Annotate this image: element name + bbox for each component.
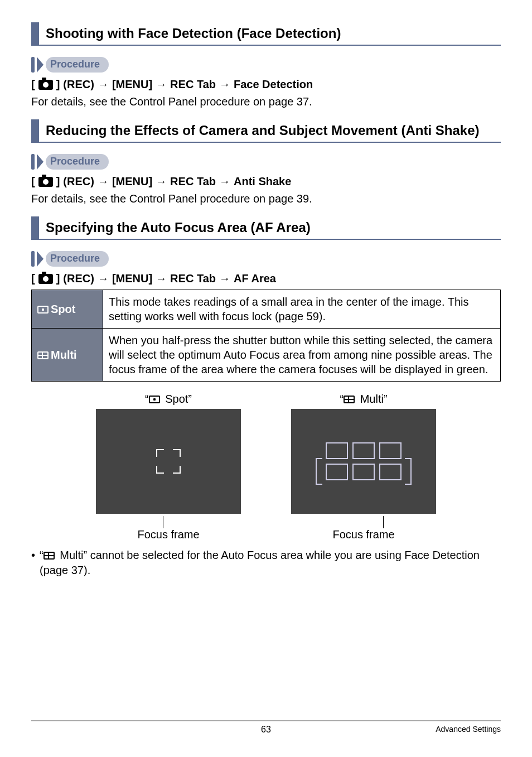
spot-icon xyxy=(149,396,160,403)
procedure-label: Procedure xyxy=(31,251,109,267)
grid-cell xyxy=(352,442,375,459)
bracket-right-icon xyxy=(405,458,412,485)
procedure-bar xyxy=(31,154,35,170)
path-seg: [MENU] xyxy=(112,272,152,285)
focus-frame-label: Focus frame xyxy=(96,528,241,541)
camera-icon xyxy=(38,274,53,284)
pointer-line xyxy=(383,516,384,528)
grid-cell xyxy=(352,464,375,480)
path-seg: [MENU] xyxy=(112,78,152,91)
procedure-path-af: [ ] (REC) → [MENU] → REC Tab → AF Area xyxy=(31,272,501,285)
af-spot-header: Spot xyxy=(32,290,103,329)
grid-cell xyxy=(379,442,402,459)
footer-row: 63 Advanced Settings xyxy=(31,725,501,735)
grid-cell xyxy=(326,464,348,480)
spot-icon xyxy=(37,306,49,314)
path-seg: REC Tab xyxy=(170,78,216,91)
note-body: Multi” cannot be selected for the Auto F… xyxy=(40,549,480,576)
note-prefix: “ xyxy=(40,549,43,561)
close-bracket: ] xyxy=(56,272,60,285)
camera-icon xyxy=(38,80,53,90)
multi-icon xyxy=(37,351,49,359)
preview-spot-image xyxy=(96,409,241,514)
procedure-pill: Procedure xyxy=(46,154,109,170)
page-footer: 63 Advanced Settings xyxy=(31,720,501,735)
heading-anti-shake: Reducing the Effects of Camera and Subje… xyxy=(31,119,501,143)
procedure-path-anti: [ ] (REC) → [MENU] → REC Tab → Anti Shak… xyxy=(31,175,501,188)
path-seg: REC Tab xyxy=(170,272,216,285)
arrow-icon: → xyxy=(98,78,109,91)
path-seg: (REC) xyxy=(63,272,94,285)
preview-multi: “ Multi” Focus frame xyxy=(291,393,436,541)
preview-multi-image xyxy=(291,409,436,514)
arrow-icon: → xyxy=(219,175,230,188)
procedure-arrow-icon xyxy=(37,57,43,73)
path-seg: Anti Shake xyxy=(234,175,291,188)
af-area-table: Spot This mode takes readings of a small… xyxy=(31,290,501,382)
af-note: • “ Multi” cannot be selected for the Au… xyxy=(31,548,501,578)
bullet-icon: • xyxy=(31,548,40,578)
heading-af-area: Specifying the Auto Focus Area (AF Area) xyxy=(31,216,501,240)
af-spot-desc: This mode takes readings of a small area… xyxy=(103,290,501,329)
open-bracket: [ xyxy=(31,272,35,285)
procedure-arrow-icon xyxy=(37,154,43,170)
procedure-bar xyxy=(31,251,35,267)
anti-body-text: For details, see the Control Panel proce… xyxy=(31,191,501,206)
close-bracket: ] xyxy=(56,175,60,188)
corner-icon xyxy=(156,466,164,474)
corner-icon xyxy=(173,449,181,457)
focus-frame-label: Focus frame xyxy=(291,528,436,541)
procedure-bar xyxy=(31,57,35,73)
page-number: 63 xyxy=(261,725,271,735)
heading-face-detection: Shooting with Face Detection (Face Detec… xyxy=(31,22,501,46)
focus-frame-multi xyxy=(323,440,404,483)
arrow-icon: → xyxy=(219,272,230,285)
open-bracket: [ xyxy=(31,78,35,91)
table-row: Multi When you half-press the shutter bu… xyxy=(32,329,501,382)
preview-spot: “ Spot” Focus frame xyxy=(96,393,241,541)
bracket-left-icon xyxy=(316,458,322,485)
table-row: Spot This mode takes readings of a small… xyxy=(32,290,501,329)
multi-icon xyxy=(344,396,355,403)
path-seg: (REC) xyxy=(63,78,94,91)
arrow-icon: → xyxy=(98,175,109,188)
footer-section-label: Advanced Settings xyxy=(436,725,501,734)
path-seg: (REC) xyxy=(63,175,94,188)
grid-cell xyxy=(379,464,402,480)
cap-prefix: “ xyxy=(340,393,344,405)
cap-suffix: Multi” xyxy=(357,393,387,405)
arrow-icon: → xyxy=(156,272,167,285)
cap-prefix: “ xyxy=(145,393,149,405)
path-seg: Face Detection xyxy=(234,78,313,91)
af-multi-desc: When you half-press the shutter button w… xyxy=(103,329,501,382)
procedure-arrow-icon xyxy=(37,251,43,267)
grid-cell xyxy=(326,442,348,459)
focus-frame-spot xyxy=(156,449,181,474)
arrow-icon: → xyxy=(156,78,167,91)
footer-divider xyxy=(31,720,501,721)
corner-icon xyxy=(173,466,181,474)
path-seg: REC Tab xyxy=(170,175,216,188)
procedure-pill: Procedure xyxy=(46,251,109,267)
corner-icon xyxy=(156,449,164,457)
af-previews: “ Spot” Focus frame “ Multi” Focus fra xyxy=(31,393,501,541)
pointer-line xyxy=(163,516,163,528)
multi-label: Multi xyxy=(51,349,77,361)
close-bracket: ] xyxy=(56,78,60,91)
path-seg: [MENU] xyxy=(112,175,152,188)
preview-spot-caption: “ Spot” xyxy=(96,393,241,406)
preview-multi-caption: “ Multi” xyxy=(291,393,436,406)
arrow-icon: → xyxy=(219,78,230,91)
procedure-pill: Procedure xyxy=(46,57,109,73)
af-multi-header: Multi xyxy=(32,329,103,382)
camera-icon xyxy=(38,177,53,187)
af-note-text: “ Multi” cannot be selected for the Auto… xyxy=(40,548,501,578)
multi-icon xyxy=(43,552,55,560)
procedure-label: Procedure xyxy=(31,154,109,170)
open-bracket: [ xyxy=(31,175,35,188)
cap-suffix: Spot” xyxy=(162,393,192,405)
path-seg: AF Area xyxy=(234,272,276,285)
procedure-label: Procedure xyxy=(31,57,109,73)
face-body-text: For details, see the Control Panel proce… xyxy=(31,94,501,109)
arrow-icon: → xyxy=(156,175,167,188)
